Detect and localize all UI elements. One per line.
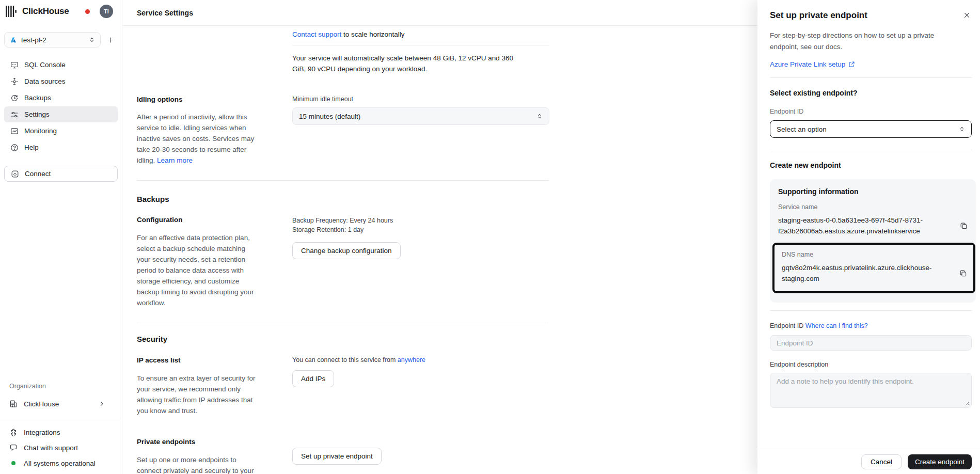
user-avatar[interactable]: TI (100, 5, 113, 18)
organization-label: Organization (0, 383, 122, 390)
dns-name-highlight-box: DNS name gqtv8o2m4k.eastus.privatelink.a… (772, 243, 975, 293)
page-title: Service Settings (137, 9, 193, 17)
divider (137, 323, 549, 323)
sidebar-item-label: Data sources (24, 77, 66, 85)
chevron-updown-icon (89, 37, 95, 43)
sidebar-item-integrations[interactable]: Integrations (0, 424, 122, 440)
connect-button[interactable]: Connect (4, 166, 118, 182)
supporting-information-card: Supporting information Service name stag… (770, 179, 976, 303)
panel-intro-text: For step-by-step directions on how to se… (770, 30, 940, 53)
endpoint-id-field-label: Endpoint ID (770, 322, 805, 329)
chevron-updown-icon (959, 126, 965, 132)
chevron-right-icon (99, 401, 105, 407)
backups-section-title: Backups (137, 195, 758, 203)
divider (770, 77, 972, 78)
idle-timeout-select[interactable]: 15 minutes (default) (292, 107, 549, 125)
endpoint-id-select-label: Endpoint ID (770, 108, 972, 115)
sidebar-item-help[interactable]: Help (4, 139, 118, 155)
endpoint-id-select[interactable]: Select an option (770, 120, 972, 138)
data-sources-icon (10, 77, 19, 86)
logo-row: ClickHouse TI (0, 0, 122, 23)
sidebar-item-settings[interactable]: Settings (4, 106, 118, 122)
setup-private-endpoint-panel: Set up private endpoint For step-by-step… (757, 0, 980, 474)
connect-icon (11, 170, 19, 178)
sidebar-item-monitoring[interactable]: Monitoring (4, 123, 118, 139)
idling-description: After a period of inactivity, allow this… (137, 113, 254, 164)
status-green-dot (11, 461, 15, 465)
endpoint-description-textarea[interactable] (777, 377, 965, 403)
divider (292, 45, 549, 45)
chat-bubble-icon (9, 444, 18, 452)
endpoint-id-field-label-row: Endpoint ID Where can I find this? (770, 322, 972, 329)
external-link-icon (848, 61, 855, 68)
learn-more-link[interactable]: Learn more (157, 156, 193, 164)
setup-private-endpoint-button[interactable]: Set up private endpoint (292, 448, 382, 465)
where-can-i-find-this-link[interactable]: Where can I find this? (805, 322, 868, 329)
contact-support-link[interactable]: Contact support (292, 30, 341, 38)
add-ips-button[interactable]: Add IPs (292, 370, 334, 387)
sidebar-item-sql-console[interactable]: SQL Console (4, 57, 118, 73)
cancel-button[interactable]: Cancel (861, 454, 902, 469)
sidebar-divider (0, 419, 122, 419)
main-header: Service Settings (123, 0, 758, 26)
integrations-label: Integrations (24, 429, 60, 436)
notification-dot (85, 9, 90, 14)
contact-rest-text: to scale horizontally (341, 30, 404, 38)
private-endpoints-title: Private endpoints (137, 438, 260, 446)
connect-label: Connect (25, 170, 51, 178)
dns-name-value: gqtv8o2m4k.eastus.privatelink.azure.clic… (782, 262, 948, 284)
panel-footer: Cancel Create endpoint (757, 449, 980, 474)
sidebar-item-label: SQL Console (24, 61, 66, 69)
sidebar-item-backups[interactable]: Backups (4, 90, 118, 106)
private-endpoints-description: Set up one or more endpoints to connect … (137, 454, 260, 474)
sidebar-nav: SQL Console Data sources Backups Setting… (0, 57, 122, 155)
backup-description: For an effective data protection plan, s… (137, 232, 260, 308)
security-section-title: Security (137, 335, 758, 343)
backup-frequency: Backup Frequency: Every 24 hours (292, 216, 549, 225)
idle-timeout-label: Minimum idle timeout (292, 96, 549, 103)
copy-icon[interactable] (960, 222, 968, 230)
sidebar-item-label: Help (24, 144, 39, 151)
supporting-information-title: Supporting information (778, 187, 968, 196)
service-name-value: staging-eastus-0-0.5a631ee3-697f-45d7-87… (778, 215, 944, 236)
brand-name[interactable]: ClickHouse (22, 6, 69, 17)
create-new-endpoint-title: Create new endpoint (770, 161, 972, 169)
service-name: test-pl-2 (21, 36, 46, 44)
building-icon (9, 400, 18, 408)
create-endpoint-button[interactable]: Create endpoint (908, 454, 972, 469)
status-label: All systems operational (24, 460, 96, 467)
organization-name: ClickHouse (24, 400, 59, 408)
clickhouse-logo-icon[interactable] (5, 6, 19, 17)
service-name-label: Service name (778, 203, 968, 211)
add-service-button[interactable] (103, 33, 117, 46)
idle-timeout-value: 15 minutes (default) (299, 113, 360, 120)
change-backup-config-button[interactable]: Change backup configuration (292, 242, 401, 259)
help-icon (10, 144, 19, 152)
endpoint-id-input[interactable] (777, 339, 965, 347)
azure-private-link-setup-link[interactable]: Azure Private Link setup (770, 60, 845, 68)
close-icon[interactable] (962, 10, 972, 20)
idling-options-title: Idling options (137, 96, 260, 103)
copy-icon[interactable] (959, 270, 967, 277)
integrations-icon (9, 428, 18, 436)
divider (770, 150, 972, 150)
sidebar-item-data-sources[interactable]: Data sources (4, 73, 118, 89)
anywhere-link[interactable]: anywhere (398, 356, 425, 364)
ip-connect-text: You can connect to this service from (292, 356, 398, 364)
resize-handle-icon[interactable] (965, 401, 970, 406)
sidebar-item-chat-support[interactable]: Chat with support (0, 440, 122, 455)
endpoint-id-select-value: Select an option (777, 125, 827, 133)
system-status-item[interactable]: All systems operational (0, 455, 122, 471)
select-existing-title: Select existing endpoint? (770, 89, 972, 97)
settings-icon (10, 110, 19, 119)
chevron-updown-icon (536, 113, 543, 119)
backup-configuration-title: Configuration (137, 216, 260, 224)
backups-icon (10, 94, 19, 102)
panel-title: Set up private endpoint (770, 10, 867, 21)
ip-access-list-title: IP access list (137, 356, 260, 364)
divider (137, 180, 549, 181)
autoscale-text: Your service will automatically scale be… (292, 53, 525, 74)
organization-item[interactable]: ClickHouse (0, 396, 122, 412)
service-selector[interactable]: test-pl-2 (4, 32, 101, 48)
chat-support-label: Chat with support (24, 444, 78, 452)
